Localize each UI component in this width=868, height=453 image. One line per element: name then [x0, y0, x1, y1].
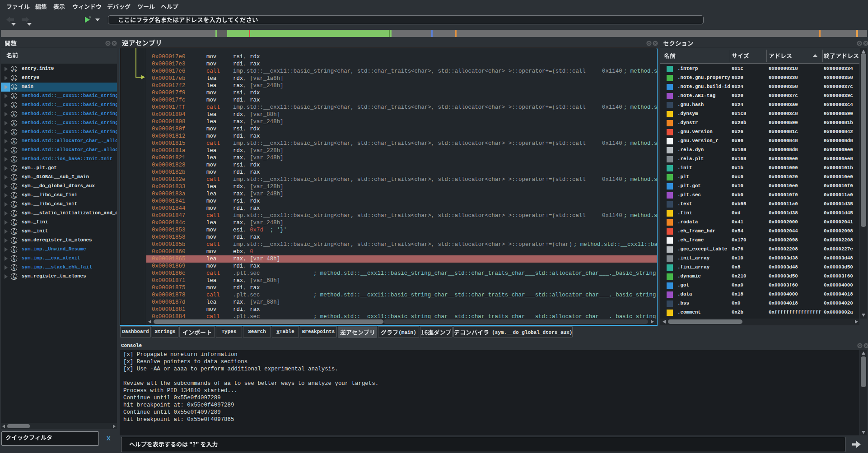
svg-text:i: i	[14, 132, 15, 135]
svg-text:x: x	[14, 240, 16, 243]
svg-text:x: x	[14, 195, 16, 198]
svg-text:x: x	[14, 276, 16, 279]
svg-text:x: x	[14, 231, 16, 234]
svg-text:i: i	[14, 267, 15, 270]
svg-text:i: i	[14, 258, 15, 261]
svg-text:i: i	[14, 114, 15, 117]
svg-text:x: x	[14, 177, 16, 180]
svg-text:i: i	[14, 159, 15, 162]
svg-text:i: i	[14, 249, 15, 252]
svg-text:x: x	[14, 204, 16, 207]
svg-text:m: m	[14, 87, 17, 90]
svg-text:x: x	[14, 69, 16, 72]
svg-text:x: x	[14, 213, 16, 216]
svg-text:i: i	[14, 141, 15, 144]
svg-text:i: i	[14, 123, 15, 126]
svg-text:x: x	[14, 186, 16, 189]
svg-text:i: i	[14, 150, 15, 153]
svg-text:i: i	[14, 96, 15, 99]
svg-text:i: i	[14, 105, 15, 108]
svg-text:x: x	[14, 168, 16, 171]
svg-text:x: x	[14, 222, 16, 225]
svg-text:x: x	[14, 78, 16, 81]
